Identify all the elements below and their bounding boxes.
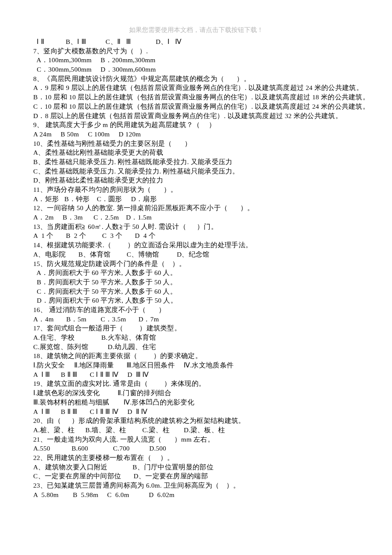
text-line: A、柔性基础比刚性基础能承受更大的荷载: [33, 148, 359, 157]
text-line: Ⅰ.防火安全 Ⅱ.地区降雨量 Ⅲ.地区日照条件 Ⅳ.水文地质条件: [33, 361, 359, 370]
text-line: 22、民用建筑的主要楼梯一般布置在（ ）。: [33, 453, 359, 462]
header-note: 如果您需要使用本文档，请点击下载按钮下载！: [33, 26, 359, 35]
text-line: 7、竖向扩大模数基数的尺寸为（ ）.: [33, 46, 359, 56]
text-line: 15、防火规范规定防建设两个门的条件是（ ）。: [33, 259, 359, 269]
text-line: 11、声场分存最不均匀的房间形状为（ ）。: [33, 185, 359, 194]
text-line: A．房间面积大于 60 平方米, 人数多于 60 人。: [33, 268, 359, 278]
text-line: B．房间面积大于 50 平方米, 人数多于 50 人。: [33, 278, 359, 287]
text-line: C.展览馆、陈列馆 D.幼儿园、住宅: [33, 342, 359, 352]
text-line: C．房间面积大于 50 平方米, 人数多于 60 人。: [33, 287, 359, 296]
document-body: Ⅰ Ⅱ B、Ⅰ Ⅲ C、Ⅱ Ⅲ D、Ⅰ Ⅳ7、竖向扩大模数基数的尺寸为（ ）. …: [33, 37, 359, 499]
text-line: Ⅲ.装饰材料的粗糙与细腻 Ⅳ.形体凹凸的光影变化: [33, 398, 359, 407]
text-line: D、刚性基础比柔性基础能承受更大的拉力: [33, 176, 359, 185]
text-line: 8、《高层民用建筑设计防火规范》中规定高层建筑的概念为（ ）。: [33, 74, 359, 84]
text-line: C、柔性基础既能承受压力. 又能承受拉力. 刚性基础只能承受压力。: [33, 167, 359, 176]
text-line: 14、根据建筑功能要求.（ ）的立面适合采用以虚为主的处理手法。: [33, 240, 359, 250]
text-line: A．2m B．3m C．2.5m D．1.5m: [33, 213, 359, 222]
text-line: D．房间面积大于 60 平方米, 人数多于 50 人。: [33, 296, 359, 305]
text-line: A 24m B 50m C 100m D 120m: [33, 130, 359, 139]
text-line: A 1 个 B 2 个 C 3 个 D 4 个: [33, 231, 359, 240]
text-line: A Ⅰ Ⅲ B Ⅱ Ⅲ C Ⅰ Ⅱ Ⅲ Ⅳ D Ⅱ Ⅳ: [33, 407, 359, 416]
text-line: A Ⅰ Ⅲ B Ⅱ Ⅲ C Ⅰ Ⅱ Ⅲ Ⅳ D Ⅲ Ⅳ: [33, 370, 359, 379]
text-line: A.住宅、学校 B.火车站、体育馆: [33, 333, 359, 342]
text-line: B、柔性基础只能承受压力. 刚性基础既能承受拉力. 又能承受压力: [33, 157, 359, 167]
text-line: 18、建筑物之间的距离主要依据（ ）的要求确定。: [33, 351, 359, 361]
text-line: 17、套间式组合一般适用于（ ）建筑类型。: [33, 324, 359, 333]
document-page: 如果您需要使用本文档，请点击下载按钮下载！ Ⅰ Ⅱ B、Ⅰ Ⅲ C、Ⅱ Ⅲ D、…: [0, 0, 392, 525]
text-line: A.桩、梁、柱 B.墙、梁、柱 C.梁、柱 D.梁、板、柱: [33, 425, 359, 435]
text-line: Ⅰ.建筑色彩的深浅变化 Ⅱ.门窗的排列组合: [33, 388, 359, 398]
text-line: A、电影院 B、体育馆 C、博物馆 D、纪念馆: [33, 250, 359, 259]
text-line: A．4m B．5m C．3.5m D．7m: [33, 315, 359, 324]
text-line: A．矩形 B．钟形 C．圆形 D．扇形: [33, 194, 359, 204]
text-line: 23、已知某建筑三层普通房间标高为 6.0m. 卫生间标高应为（ ）。: [33, 481, 359, 490]
text-line: C．10 层和 10 层以上的居住建筑（包括首层设置商业服务网点的住宅）. 以及…: [33, 102, 359, 111]
text-line: C．300mm,500mm D．300mm,600mm: [33, 65, 359, 74]
text-line: 9、 建筑高度大于多少 m 的民用建筑为超高层建筑？（ ）: [33, 120, 359, 130]
text-line: B．10 层和 10 层以上的居住建筑（包括首层设置商业服务网点的住宅）. 以及…: [33, 92, 359, 102]
text-line: A．100mm,300mm B．200mm,300mm: [33, 55, 359, 65]
text-line: Ⅰ Ⅱ B、Ⅰ Ⅲ C、Ⅱ Ⅲ D、Ⅰ Ⅳ: [33, 37, 359, 46]
text-line: 20、由（ ）形成的骨架承重结构系统的建筑称之为框架结构建筑。: [33, 416, 359, 425]
text-line: A、建筑物次要入口附近 B、门厅中位置明显的部位: [33, 462, 359, 472]
text-line: 21、一般走道均为双向人流. 一股人流宽（ ）mm 左右。: [33, 435, 359, 444]
text-line: 10、柔性基础与刚性基础受力的主要区别是（ ）: [33, 139, 359, 148]
text-line: 12、一间容纳 50 人的教室. 第一排桌前沿距黑板距离不应小于（ ）。: [33, 203, 359, 213]
text-line: D．8 层以上的居住建筑（包括首层设置商业服务网点的住宅）. 以及建筑高度超过 …: [33, 111, 359, 121]
text-line: 13、当房建面积≧ 60㎡. 人数≧于 50 人时. 需设计（ ）门。: [33, 222, 359, 231]
text-line: 19、建筑立面的虚实对比. 通常是由（ ）来体现的。: [33, 379, 359, 388]
text-line: A.550 B.600 C.700 D.500: [33, 444, 359, 453]
text-line: C、一定要在房屋的中间部位 D、一定要在房屋的端部: [33, 471, 359, 481]
text-line: A．9 层和 9 层以上的居住建筑（包括首层设置商业服务网点的住宅）. 以及建筑…: [33, 83, 359, 92]
text-line: 16、 通过消防车的道路宽度不小于（ ）: [33, 305, 359, 315]
text-line: A 5.80m B 5.98m C 6.0m D 6.02m: [33, 490, 359, 500]
